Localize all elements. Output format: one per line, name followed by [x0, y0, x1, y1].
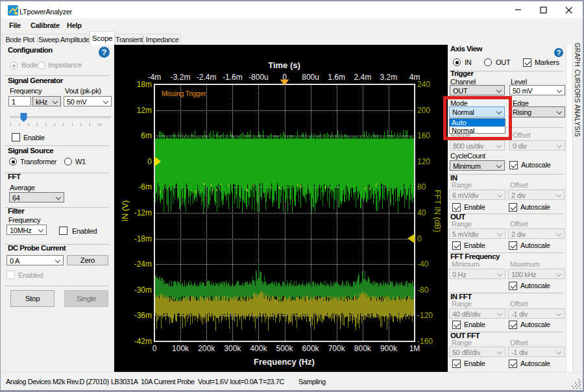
svg-text:-42m: -42m: [134, 337, 152, 346]
svg-text:3.2m: 3.2m: [380, 73, 398, 82]
svg-text:600k: 600k: [302, 344, 320, 353]
svg-text:120: 120: [417, 157, 430, 166]
svg-text:-120: -120: [417, 311, 433, 320]
svg-text:12m: 12m: [137, 106, 152, 115]
svg-text:0: 0: [152, 344, 157, 353]
svg-text:700k: 700k: [328, 344, 346, 353]
svg-text:18m: 18m: [137, 80, 152, 89]
svg-text:500k: 500k: [276, 344, 293, 353]
svg-text:1M: 1M: [409, 344, 420, 353]
svg-text:80: 80: [417, 182, 426, 191]
svg-text:0: 0: [417, 234, 422, 243]
svg-text:200k: 200k: [198, 344, 215, 353]
svg-text:160: 160: [417, 131, 430, 140]
svg-text:0: 0: [147, 157, 152, 166]
svg-text:300k: 300k: [224, 344, 241, 353]
svg-text:Frequency (Hz): Frequency (Hz): [254, 357, 315, 367]
svg-text:2.4m: 2.4m: [354, 73, 371, 82]
svg-text:Missing Trigger: Missing Trigger: [162, 90, 206, 97]
svg-text:40: 40: [417, 208, 426, 217]
svg-text:-36m: -36m: [134, 311, 152, 320]
svg-text:-80: -80: [417, 286, 429, 295]
svg-text:-30m: -30m: [134, 286, 152, 295]
svg-text:-18m: -18m: [134, 234, 152, 243]
svg-text:-12m: -12m: [134, 208, 152, 217]
svg-text:-2.4m: -2.4m: [197, 73, 217, 82]
svg-text:-6m: -6m: [138, 182, 152, 191]
svg-text:800u: 800u: [302, 73, 319, 82]
svg-text:-3.2m: -3.2m: [171, 73, 191, 82]
svg-text:6m: 6m: [141, 131, 152, 140]
svg-text:IN (V): IN (V): [121, 201, 130, 222]
svg-text:-1.6m: -1.6m: [223, 73, 243, 82]
svg-text:400k: 400k: [250, 344, 267, 353]
svg-text:1.6m: 1.6m: [328, 73, 345, 82]
svg-text:100k: 100k: [172, 344, 189, 353]
svg-text:FFT IN (dB): FFT IN (dB): [433, 190, 442, 232]
svg-text:900k: 900k: [380, 344, 398, 353]
svg-text:-40: -40: [417, 260, 429, 269]
svg-text:Time (s): Time (s): [268, 60, 300, 70]
svg-text:-800u: -800u: [249, 73, 269, 82]
svg-text:-24m: -24m: [134, 260, 152, 269]
svg-text:240: 240: [417, 80, 430, 89]
svg-text:200: 200: [417, 106, 430, 115]
svg-text:800k: 800k: [354, 344, 372, 353]
